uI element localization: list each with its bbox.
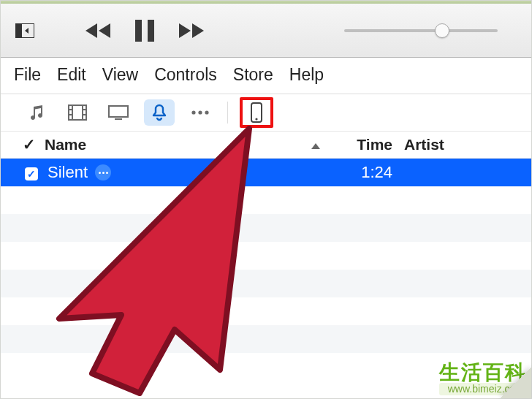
column-headers: ✓ Name Time Artist (1, 132, 531, 159)
volume-slider[interactable] (344, 29, 498, 32)
empty-row (1, 270, 531, 297)
svg-rect-11 (83, 105, 86, 120)
sidebar-toggle-button[interactable] (12, 21, 37, 40)
svg-rect-1 (15, 23, 22, 38)
menu-file[interactable]: File (14, 65, 41, 85)
svg-point-18 (191, 110, 195, 114)
tones-tab[interactable] (144, 99, 175, 126)
page-curl-icon (501, 368, 531, 398)
svg-rect-5 (135, 20, 142, 42)
library-source-bar (1, 94, 531, 132)
music-tab[interactable] (21, 99, 52, 126)
svg-marker-7 (179, 23, 191, 38)
more-tab[interactable] (185, 99, 216, 126)
device-button-highlight (240, 97, 273, 128)
menu-help[interactable]: Help (289, 65, 324, 85)
row-checkbox[interactable]: ✓ (25, 167, 38, 180)
sourcebar-separator (227, 102, 228, 123)
svg-marker-2 (25, 28, 28, 34)
playback-toolbar (1, 4, 531, 58)
svg-rect-6 (148, 20, 154, 42)
menu-view[interactable]: View (102, 65, 138, 85)
menu-edit[interactable]: Edit (57, 65, 86, 85)
svg-marker-3 (86, 23, 97, 38)
menu-store[interactable]: Store (233, 65, 273, 85)
svg-point-20 (205, 110, 208, 114)
header-time[interactable]: Time (332, 136, 400, 153)
track-name: Silent (48, 163, 88, 182)
svg-point-19 (198, 110, 202, 114)
track-row-selected[interactable]: ✓ Silent 1:24 (1, 159, 531, 186)
svg-marker-4 (99, 23, 110, 38)
track-time: 1:24 (332, 163, 400, 182)
header-checked[interactable]: ✓ (1, 136, 42, 153)
svg-rect-16 (109, 106, 128, 117)
previous-button[interactable] (83, 20, 113, 41)
empty-row (1, 242, 531, 270)
svg-rect-9 (69, 105, 86, 120)
header-artist[interactable]: Artist (400, 136, 531, 153)
next-button[interactable] (176, 20, 207, 41)
row-more-button[interactable] (95, 164, 111, 180)
menu-controls[interactable]: Controls (154, 65, 217, 85)
menu-bar: File Edit View Controls Store Help (1, 58, 531, 94)
empty-row (1, 325, 531, 353)
device-button[interactable] (250, 102, 263, 123)
tv-shows-tab[interactable] (103, 99, 134, 126)
svg-point-22 (255, 118, 257, 120)
svg-rect-10 (69, 105, 72, 120)
svg-marker-23 (311, 143, 320, 149)
header-name[interactable]: Name (42, 136, 311, 153)
empty-row (1, 297, 531, 325)
empty-row (1, 186, 531, 214)
svg-marker-8 (192, 23, 204, 38)
volume-thumb[interactable] (435, 23, 449, 38)
play-pause-button[interactable] (134, 18, 156, 43)
movies-tab[interactable] (62, 99, 93, 126)
playback-controls (83, 18, 207, 43)
sort-indicator-icon[interactable] (311, 136, 332, 153)
empty-row (1, 214, 531, 242)
